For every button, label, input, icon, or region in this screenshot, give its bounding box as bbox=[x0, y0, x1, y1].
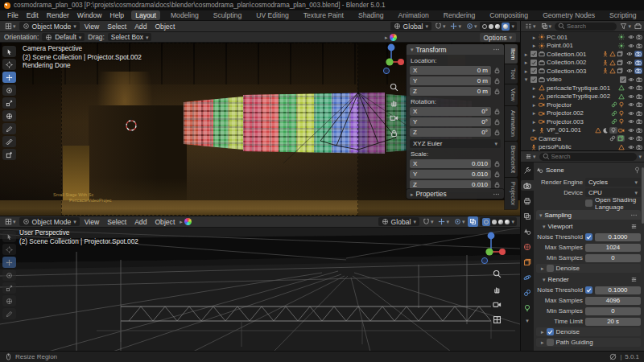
menu-edit[interactable]: Edit bbox=[27, 11, 39, 19]
outliner-item[interactable]: ▸Collection.001 bbox=[521, 50, 644, 59]
eye-icon[interactable] bbox=[628, 84, 634, 91]
sampling-panel-header[interactable]: ▾Sampling bbox=[536, 210, 641, 220]
workspace-tab-texture-paint[interactable]: Texture Paint bbox=[299, 10, 348, 20]
tool-annotate[interactable] bbox=[2, 123, 16, 134]
rotation-x-field[interactable]: X0° bbox=[410, 107, 491, 116]
max-samples-field[interactable]: 4096 bbox=[585, 297, 641, 305]
tool-move[interactable] bbox=[2, 72, 16, 83]
tab-tool[interactable]: Tool bbox=[505, 64, 518, 84]
scale-y-field[interactable]: Y0.010 bbox=[410, 170, 491, 179]
pan-hand-icon[interactable] bbox=[493, 285, 502, 294]
menu-select[interactable]: Select bbox=[107, 23, 126, 31]
denoise-checkbox[interactable] bbox=[547, 265, 554, 272]
shading-wireframe-button[interactable] bbox=[482, 24, 487, 29]
rotation-y-field[interactable]: Y0° bbox=[410, 117, 491, 126]
denoise-checkbox[interactable] bbox=[547, 328, 554, 335]
tab-animation[interactable]: Animation bbox=[505, 106, 518, 141]
tool-scale[interactable] bbox=[2, 282, 16, 294]
menu-object[interactable]: Object bbox=[155, 23, 175, 31]
tab-object[interactable] bbox=[521, 257, 534, 267]
shading-wireframe-button[interactable] bbox=[482, 218, 490, 226]
preset-icon[interactable] bbox=[630, 276, 638, 283]
workspace-tab-animation[interactable]: Animation bbox=[394, 10, 432, 20]
min-samples-field[interactable]: 0 bbox=[585, 307, 641, 315]
lock-icon[interactable] bbox=[493, 67, 501, 74]
outliner-item[interactable]: persoPublic bbox=[521, 143, 644, 152]
viewport-top-canvas[interactable]: SR1.003 Small Stage With Sc PericacteVid… bbox=[0, 43, 520, 216]
workspace-tab-scripting[interactable]: Scripting bbox=[605, 10, 640, 20]
lock-icon[interactable] bbox=[493, 118, 501, 125]
expand-icon[interactable]: ▸ bbox=[531, 127, 537, 133]
menu-select[interactable]: Select bbox=[107, 218, 126, 226]
workspace-tab-sculpting[interactable]: Sculpting bbox=[209, 10, 246, 20]
shading-material-button[interactable] bbox=[498, 220, 503, 224]
location-y-field[interactable]: Y0 m bbox=[410, 76, 491, 85]
transform-orientation-dropdown[interactable]: Global▾ bbox=[378, 217, 419, 226]
outliner-item[interactable]: ▸PC.001 bbox=[521, 33, 644, 42]
scale-z-field[interactable]: Z0.010 bbox=[410, 180, 491, 189]
expand-icon[interactable]: ▸ bbox=[523, 68, 529, 74]
orientation-setting-dropdown[interactable]: Default▾ bbox=[42, 33, 85, 41]
render-visibility-icon[interactable] bbox=[636, 110, 642, 117]
eye-icon[interactable] bbox=[628, 127, 634, 134]
min-samples-field[interactable]: 0 bbox=[585, 254, 641, 262]
editor-type-button[interactable]: ▾ bbox=[3, 23, 18, 30]
tab-constraints[interactable] bbox=[521, 287, 534, 298]
eye-icon[interactable] bbox=[628, 118, 634, 125]
viewport-bottom-canvas[interactable]: User Perspective (2) Scene Collection | … bbox=[0, 228, 520, 351]
outliner-item[interactable]: ▾video bbox=[521, 76, 644, 84]
outliner-item[interactable]: ▸Projector.003 bbox=[521, 117, 644, 126]
network-offline-icon[interactable] bbox=[609, 353, 617, 360]
path-guiding-panel[interactable]: ▸Path Guiding bbox=[536, 338, 641, 347]
shading-solid-button[interactable] bbox=[489, 24, 493, 29]
tool-scale[interactable] bbox=[2, 97, 16, 109]
expand-icon[interactable]: ▸ bbox=[531, 35, 537, 40]
tool-cursor[interactable] bbox=[2, 59, 16, 70]
transform-orientation-dropdown[interactable]: Global▾ bbox=[390, 22, 431, 31]
chevron-down-icon[interactable]: ▾ bbox=[638, 154, 642, 159]
time-limit-field[interactable]: 20 s bbox=[585, 318, 641, 326]
outliner-item[interactable]: ▸pericacteTryptique.002 bbox=[521, 93, 644, 101]
proportional-edit-toggle[interactable]: ▾ bbox=[464, 23, 479, 30]
tool-transform[interactable] bbox=[2, 295, 16, 306]
rotation-z-field[interactable]: Z0° bbox=[410, 128, 491, 137]
eye-icon[interactable] bbox=[628, 76, 634, 83]
tab-projector[interactable]: Projector bbox=[505, 178, 518, 210]
tab-view-layer[interactable] bbox=[521, 211, 534, 221]
expand-icon[interactable]: ▸ bbox=[523, 60, 529, 65]
search-input[interactable] bbox=[551, 153, 634, 160]
render-visibility-icon[interactable] bbox=[636, 135, 642, 142]
exclude-checkbox[interactable] bbox=[530, 51, 537, 57]
transform-panel-header[interactable]: ▾Transform bbox=[407, 44, 504, 55]
shading-rendered-button[interactable] bbox=[505, 220, 510, 224]
tool-cursor[interactable] bbox=[2, 244, 16, 255]
scale-x-field[interactable]: X0.010 bbox=[410, 159, 491, 168]
header-extras-icon[interactable]: ▸ bbox=[180, 219, 183, 224]
render-visibility-icon[interactable] bbox=[636, 144, 642, 150]
tool-rotate[interactable] bbox=[2, 269, 16, 281]
exclude-checkbox[interactable] bbox=[530, 60, 537, 66]
noise-threshold-field[interactable]: 0.1000 bbox=[595, 286, 641, 294]
render-visibility-icon[interactable] bbox=[636, 127, 642, 134]
properties-search[interactable] bbox=[539, 153, 638, 161]
menu-object[interactable]: Object bbox=[155, 218, 175, 226]
search-input[interactable] bbox=[567, 23, 613, 30]
eye-icon[interactable] bbox=[628, 135, 634, 142]
menu-view[interactable]: View bbox=[85, 23, 99, 31]
eye-icon[interactable] bbox=[628, 144, 634, 150]
tool-select-box[interactable] bbox=[2, 46, 16, 57]
eye-icon[interactable] bbox=[628, 34, 634, 40]
tab-item[interactable]: Item bbox=[505, 44, 518, 64]
menu-add[interactable]: Add bbox=[134, 23, 147, 31]
viewport-section-header[interactable]: ▾Viewport bbox=[536, 221, 641, 231]
shading-rendered-button[interactable] bbox=[502, 23, 510, 31]
zoom-icon[interactable] bbox=[493, 269, 502, 278]
outliner-item[interactable]: ▸Point.001 bbox=[521, 42, 644, 51]
tab-blenderkit[interactable]: BlenderKit bbox=[505, 142, 518, 177]
render-engine-dropdown[interactable]: Cycles▾ bbox=[585, 178, 641, 187]
render-section-header[interactable]: ▾Render bbox=[536, 274, 641, 284]
outliner-search[interactable] bbox=[555, 23, 617, 31]
osl-checkbox[interactable] bbox=[585, 200, 592, 207]
snap-toggle[interactable]: ▾ bbox=[421, 218, 436, 225]
tool-transform[interactable] bbox=[2, 110, 16, 121]
